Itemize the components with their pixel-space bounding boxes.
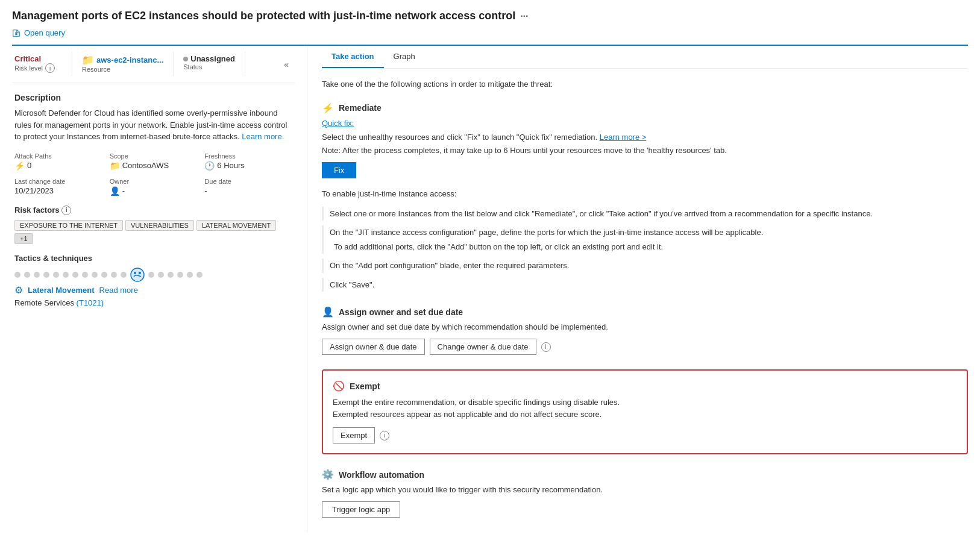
- lateral-movement-icon-sm: ⚙: [14, 284, 23, 296]
- unassigned-dot-icon: [183, 57, 188, 61]
- left-panel: Critical Risk level i 📁 aws-ec2-instanc.…: [12, 46, 307, 532]
- assign-icon: 👤: [322, 306, 334, 318]
- risk-factors-title-text: Risk factors: [14, 205, 59, 215]
- query-icon: [12, 29, 20, 37]
- lateral-movement-icon: [130, 268, 145, 282]
- remediate-desc1: Select the unhealthy resources and click…: [322, 131, 968, 144]
- risk-tag-vulnerabilities: VULNERABILITIES: [125, 220, 194, 231]
- right-tabs: Take action Graph: [322, 46, 968, 69]
- tactic-dot-12: [121, 272, 127, 278]
- due-date-item: Due date -: [204, 178, 292, 196]
- freshness-clock-icon: 🕐: [204, 161, 215, 171]
- scope-item: Scope 📁 ContosoAWS: [110, 152, 198, 171]
- remote-services-label: Remote Services: [14, 298, 74, 307]
- risk-factors-info-icon[interactable]: i: [61, 205, 71, 215]
- meta-grid: Attack Paths ⚡ 0 Scope 📁 ContosoAWS: [14, 152, 292, 196]
- exempt-info-icon[interactable]: i: [380, 431, 389, 440]
- freshness-time: 6 Hours: [217, 161, 245, 170]
- tab-take-action-label: Take action: [331, 52, 374, 61]
- assign-info-icon[interactable]: i: [541, 342, 551, 352]
- owner-person-icon: 👤: [110, 186, 120, 196]
- left-content: Description Microsoft Defender for Cloud…: [12, 83, 295, 327]
- quick-fix-link[interactable]: Quick fix:: [322, 119, 354, 128]
- technique-link[interactable]: (T1021): [77, 298, 104, 307]
- tactic-dot-18: [187, 272, 193, 278]
- tactic-dot-16: [168, 272, 174, 278]
- fix-button[interactable]: Fix: [322, 162, 356, 178]
- lateral-movement-label: Lateral Movement: [28, 286, 95, 295]
- tab-graph-label: Graph: [394, 52, 415, 61]
- description-learn-more-link[interactable]: Learn more.: [242, 132, 284, 141]
- resource-folder-icon: 📁: [82, 54, 94, 66]
- collapse-button[interactable]: «: [278, 52, 295, 77]
- action-intro-text: Take one of the the following actions in…: [322, 78, 968, 90]
- assign-desc: Assign owner and set due date by which r…: [322, 322, 968, 331]
- jit-step-2: On the "JIT instance access configuratio…: [322, 225, 968, 254]
- resource-card[interactable]: 📁 aws-ec2-instanc... Resource: [72, 52, 174, 77]
- exempt-buttons-row: Exempt i: [333, 427, 957, 444]
- assign-owner-section: 👤 Assign owner and set due date Assign o…: [322, 306, 968, 355]
- attack-paths-item: Attack Paths ⚡ 0: [14, 152, 102, 171]
- remediate-learn-more-link[interactable]: Learn more >: [600, 133, 647, 142]
- scope-folder-icon: 📁: [110, 161, 120, 171]
- remediate-section: ⚡ Remediate Quick fix: Select the unheal…: [322, 102, 968, 292]
- tab-take-action[interactable]: Take action: [322, 46, 384, 68]
- workflow-section: ⚙️ Workflow automation Set a logic app w…: [322, 469, 968, 518]
- tactic-dot-11: [111, 272, 117, 278]
- risk-tag-exposure: EXPOSURE TO THE INTERNET: [14, 220, 123, 231]
- tactic-dot-2: [24, 272, 30, 278]
- open-query-label: Open query: [24, 28, 65, 37]
- exempt-desc2: Exempted resources appear as not applica…: [333, 410, 602, 419]
- scope-name: ContosoAWS: [122, 161, 169, 170]
- exempt-desc1: Exempt the entire recommendation, or dis…: [333, 398, 620, 407]
- tactic-dot-10: [101, 272, 107, 278]
- status-value: Unassigned: [183, 54, 235, 63]
- resource-label: Resource: [82, 66, 163, 73]
- tab-graph[interactable]: Graph: [384, 46, 425, 68]
- info-cards-row: Critical Risk level i 📁 aws-ec2-instanc.…: [12, 46, 295, 83]
- tactic-dot-3: [34, 272, 40, 278]
- lateral-movement-read-more[interactable]: Read more: [99, 286, 138, 295]
- remediate-icon: ⚡: [322, 102, 334, 114]
- exempt-section: 🚫 Exempt Exempt the entire recommendatio…: [322, 369, 968, 454]
- risk-level-value: Critical: [14, 54, 62, 63]
- remediate-title: Remediate: [339, 103, 382, 113]
- owner-value: 👤 -: [110, 186, 198, 196]
- workflow-title: Workflow automation: [339, 470, 424, 480]
- last-change-label: Last change date: [14, 178, 102, 185]
- last-change-value: 10/21/2023: [14, 186, 102, 195]
- page-title-text: Management ports of EC2 instances should…: [12, 10, 515, 22]
- tactic-dot-active: [130, 268, 145, 282]
- workflow-icon: ⚙️: [322, 469, 334, 480]
- status-text: Unassigned: [190, 54, 235, 63]
- jit-intro-text: To enable just-in-time instance access:: [322, 189, 456, 198]
- owner-name: -: [122, 186, 125, 195]
- tactic-dot-6: [63, 272, 69, 278]
- workflow-desc: Set a logic app which you would like to …: [322, 485, 968, 494]
- jit-instructions: Select one or more Instances from the li…: [322, 207, 968, 292]
- remediate-note: Note: After the process completes, it ma…: [322, 146, 968, 155]
- jit-step-3: On the "Add port configuration" blade, e…: [322, 259, 968, 272]
- exempt-button[interactable]: Exempt: [333, 427, 375, 444]
- open-query-link[interactable]: Open query: [12, 28, 968, 37]
- assign-owner-button[interactable]: Assign owner & due date: [322, 339, 425, 355]
- tactic-dot-5: [53, 272, 59, 278]
- remote-services-row: Remote Services (T1021): [14, 298, 292, 307]
- page-title: Management ports of EC2 instances should…: [12, 10, 968, 22]
- last-change-item: Last change date 10/21/2023: [14, 178, 102, 196]
- owner-label: Owner: [110, 178, 198, 185]
- risk-level-card: Critical Risk level i: [12, 52, 72, 77]
- jit-intro: To enable just-in-time instance access:: [322, 188, 968, 201]
- jit-step-4: Click "Save".: [322, 278, 968, 292]
- due-date-value: -: [204, 186, 292, 195]
- status-label: Status: [183, 63, 235, 71]
- jit-step-1: Select one or more Instances from the li…: [322, 207, 968, 221]
- exempt-title: Exempt: [350, 381, 380, 391]
- risk-level-info-icon[interactable]: i: [45, 63, 55, 73]
- trigger-logic-app-button[interactable]: Trigger logic app: [322, 501, 400, 518]
- tactic-dot-8: [82, 272, 88, 278]
- risk-factors-title: Risk factors i: [14, 205, 292, 215]
- resource-name: aws-ec2-instanc...: [96, 55, 163, 64]
- attack-paths-icon: ⚡: [14, 161, 25, 171]
- change-owner-button[interactable]: Change owner & due date: [430, 339, 536, 355]
